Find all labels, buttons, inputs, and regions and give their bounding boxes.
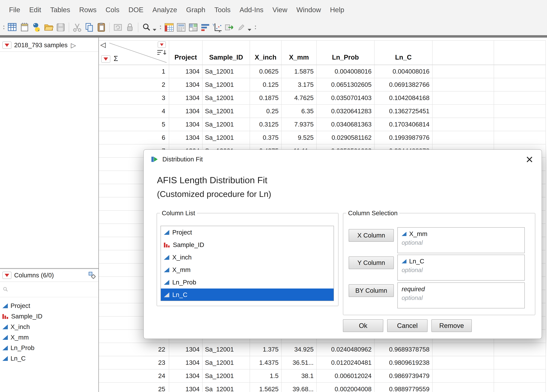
cell-sample-id-row-3[interactable]: Sa_12001 [203, 91, 250, 105]
table-red-triangle-icon[interactable] [2, 41, 11, 49]
by-column-field[interactable]: requiredoptional [397, 283, 525, 308]
ok-button[interactable]: Ok [343, 319, 383, 332]
sidebar-column-project[interactable]: Project [0, 301, 98, 311]
cell-x-mm-row-23[interactable]: 36.51... [281, 356, 317, 369]
cell-ln-prob-row-3[interactable]: 0.0350701403 [317, 91, 375, 105]
column-listbox[interactable]: ProjectSample_IDX_inchX_mmLn_ProbLn_C [161, 226, 334, 301]
graph-axis-icon[interactable]: Yx [211, 21, 223, 34]
columns-settings-icon[interactable] [88, 271, 96, 280]
cell-project-row-1[interactable]: 1304 [169, 65, 203, 78]
cell-x-mm-row-24[interactable]: 38.1 [281, 369, 317, 383]
row-number[interactable]: 25 [99, 383, 169, 392]
cell-x-inch-row-2[interactable]: 0.125 [250, 78, 281, 91]
row-number[interactable]: 23 [99, 356, 169, 369]
columns-red-triangle-icon[interactable] [2, 272, 11, 279]
close-icon[interactable]: × [526, 153, 533, 166]
cell-project-row-22[interactable]: 1304 [169, 343, 203, 356]
cell-project-row-25[interactable]: 1304 [169, 383, 203, 392]
cell-x-inch-row-22[interactable]: 1.375 [250, 343, 281, 356]
cell-ln-c-row-23[interactable]: 0.9809619238 [375, 356, 432, 369]
toolbar-dropdown-icon[interactable] [248, 29, 251, 31]
sort-filter-icon[interactable] [157, 49, 167, 56]
cell-ln-prob-row-5[interactable]: 0.0340681363 [317, 118, 375, 131]
cell-ln-prob-row-6[interactable]: 0.0290581162 [317, 131, 375, 144]
columns-menu-red-triangle-icon[interactable] [158, 41, 166, 48]
cell-project-row-5[interactable]: 1304 [169, 118, 203, 131]
window-panes-icon[interactable] [187, 21, 199, 34]
by-column-button[interactable]: BY Column [349, 284, 394, 297]
row-number[interactable]: 4 [99, 105, 169, 118]
cell-x-mm-row-4[interactable]: 6.35 [281, 105, 317, 118]
cell-x-inch-row-1[interactable]: 0.0625 [250, 65, 281, 78]
cancel-button[interactable]: Cancel [387, 319, 428, 332]
cell-x-inch-row-6[interactable]: 0.375 [250, 131, 281, 144]
toolbar-grip[interactable] [160, 26, 161, 29]
cell-x-inch-row-25[interactable]: 1.5625 [250, 383, 281, 392]
cell-ln-c-row-24[interactable]: 0.9869739479 [375, 369, 432, 383]
cell-x-mm-row-2[interactable]: 3.175 [281, 78, 317, 91]
x-column-field[interactable]: X_mmoptional [397, 227, 525, 253]
search-icon[interactable] [140, 21, 152, 34]
cell-x-mm-row-3[interactable]: 4.7625 [281, 91, 317, 105]
journal-icon[interactable] [19, 21, 31, 34]
cell-sample-id-row-22[interactable]: Sa_12001 [203, 343, 250, 356]
menu-item-add-ins[interactable]: Add-Ins [235, 6, 268, 14]
menu-item-file[interactable]: File [5, 6, 25, 14]
cell-x-mm-row-5[interactable]: 7.9375 [281, 118, 317, 131]
menu-item-graph[interactable]: Graph [182, 6, 210, 14]
cell-x-inch-row-23[interactable]: 1.4375 [250, 356, 281, 369]
cell-ln-c-row-22[interactable]: 0.9689378758 [375, 343, 432, 356]
search-dropdown-icon[interactable] [153, 29, 156, 31]
list-item-sample-id[interactable]: Sample_ID [161, 239, 334, 251]
menu-item-edit[interactable]: Edit [25, 6, 46, 14]
cell-ln-c-row-5[interactable]: 0.1703406814 [375, 118, 432, 131]
remove-button[interactable]: Remove [431, 319, 472, 332]
cell-ln-c-row-4[interactable]: 0.1362725451 [375, 105, 432, 118]
cell-ln-prob-row-24[interactable]: 0.006012024 [317, 369, 375, 383]
cell-sample-id-row-5[interactable]: Sa_12001 [203, 118, 250, 131]
list-item-project[interactable]: Project [161, 226, 334, 239]
data-table-icon[interactable] [163, 21, 175, 34]
formula-icon[interactable] [175, 21, 187, 34]
cell-sample-id-row-24[interactable]: Sa_12001 [203, 369, 250, 383]
panel-expand-icon[interactable]: ▷ [71, 41, 76, 49]
cell-x-inch-row-24[interactable]: 1.5 [250, 369, 281, 383]
toolbar-grip[interactable] [255, 26, 256, 29]
paste-icon[interactable] [95, 21, 107, 34]
x-column-button[interactable]: X Column [349, 229, 394, 242]
cell-x-inch-row-3[interactable]: 0.1875 [250, 91, 281, 105]
bars-icon[interactable] [199, 21, 211, 34]
cell-project-row-3[interactable]: 1304 [169, 91, 203, 105]
cell-project-row-2[interactable]: 1304 [169, 78, 203, 91]
cell-project-row-23[interactable]: 1304 [169, 356, 203, 369]
cell-x-mm-row-1[interactable]: 1.5875 [281, 65, 317, 78]
y-column-button[interactable]: Y Column [349, 257, 394, 269]
col-header-project[interactable]: Project [169, 40, 203, 65]
cell-sample-id-row-25[interactable]: Sa_12001 [203, 383, 250, 392]
menu-item-help[interactable]: Help [326, 6, 349, 14]
cell-sample-id-row-4[interactable]: Sa_12001 [203, 105, 250, 118]
rows-menu-red-triangle-icon[interactable] [101, 55, 110, 63]
cell-sample-id-row-6[interactable]: Sa_12001 [203, 131, 250, 144]
list-item-ln-c[interactable]: Ln_C [161, 289, 334, 301]
cell-project-row-24[interactable]: 1304 [169, 369, 203, 383]
cell-x-mm-row-22[interactable]: 34.925 [281, 343, 317, 356]
cell-project-row-4[interactable]: 1304 [169, 105, 203, 118]
menu-item-analyze[interactable]: Analyze [148, 6, 182, 14]
cell-x-mm-row-6[interactable]: 9.525 [281, 131, 317, 144]
python-icon[interactable] [31, 21, 43, 34]
list-item-x-mm[interactable]: X_mm [161, 264, 334, 276]
row-number[interactable]: 22 [99, 343, 169, 356]
cell-ln-prob-row-22[interactable]: 0.0240480962 [317, 343, 375, 356]
menu-item-tables[interactable]: Tables [46, 6, 75, 14]
list-item-ln-prob[interactable]: Ln_Prob [161, 276, 334, 289]
col-header-ln-c[interactable]: Ln_C [375, 40, 432, 65]
menu-item-cols[interactable]: Cols [101, 6, 124, 14]
cell-ln-prob-row-2[interactable]: 0.0651302605 [317, 78, 375, 91]
y-column-field[interactable]: Ln_Coptional [397, 255, 525, 281]
menu-item-window[interactable]: Window [292, 6, 326, 14]
cell-x-inch-row-5[interactable]: 0.3125 [250, 118, 281, 131]
columns-filter-input[interactable] [0, 282, 98, 297]
cell-ln-c-row-25[interactable]: 0.9889779559 [375, 383, 432, 392]
new-table-icon[interactable] [7, 21, 19, 34]
